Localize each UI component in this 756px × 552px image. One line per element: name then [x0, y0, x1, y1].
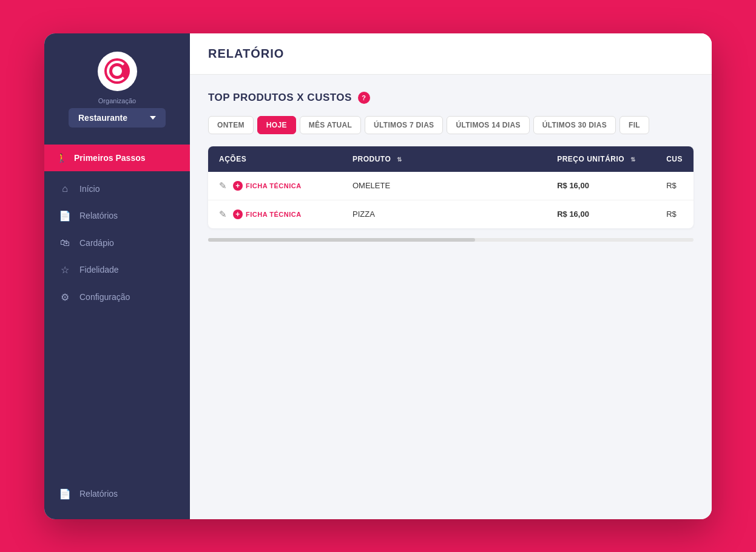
- action-icons-2: ✎ + FICHA TÉCNICA: [219, 209, 331, 220]
- row-1-custos: R$: [655, 172, 694, 200]
- tab-ultimos-7-dias[interactable]: ÚLTIMOS 7 DIAS: [365, 116, 443, 134]
- row-2-produto: PIZZA: [342, 200, 546, 228]
- row-1-preco: R$ 16,00: [546, 172, 655, 200]
- sidebar-item-inicio[interactable]: ⌂ Início: [50, 176, 184, 202]
- sidebar-bottom: 📄 Relatórios: [44, 481, 190, 507]
- inicio-label: Início: [79, 184, 100, 194]
- logo-area: Organização Restaurante: [44, 33, 190, 140]
- tab-ultimos-30-dias[interactable]: ÚLTIMOS 30 DIAS: [533, 116, 616, 134]
- horizontal-scrollbar[interactable]: [208, 238, 694, 242]
- ficha-tecnica-btn-1[interactable]: + FICHA TÉCNICA: [233, 181, 302, 191]
- browser-window: Organização Restaurante 🚶 Primeiros Pass…: [44, 33, 712, 519]
- table-row: ✎ + FICHA TÉCNICA PIZZA R$ 16,00 R$: [208, 200, 694, 228]
- top-header: RELATÓRIO: [190, 33, 712, 75]
- section-title-text: TOP PRODUTOS X CUSTOS: [208, 92, 352, 104]
- edit-icon-1[interactable]: ✎: [219, 180, 227, 191]
- table-row: ✎ + FICHA TÉCNICA OMELETE R$ 16,00 R$: [208, 172, 694, 200]
- plus-icon-2: +: [233, 210, 243, 219]
- ficha-label-2: FICHA TÉCNICA: [246, 211, 302, 218]
- plus-icon-1: +: [233, 181, 243, 191]
- ficha-tecnica-btn-2[interactable]: + FICHA TÉCNICA: [233, 210, 302, 219]
- fidelidade-label: Fidelidade: [79, 265, 119, 274]
- cardapio-label: Cardápio: [79, 238, 114, 248]
- col-header-custos: CUS: [655, 146, 694, 172]
- org-selector[interactable]: Restaurante: [69, 108, 166, 128]
- tab-fil[interactable]: FIL: [619, 116, 649, 134]
- main-content: RELATÓRIO TOP PRODUTOS X CUSTOS ? ONTEM …: [190, 33, 712, 519]
- sidebar-item-primeiros-passos[interactable]: 🚶 Primeiros Passos: [44, 145, 190, 171]
- org-name: Restaurante: [78, 113, 127, 123]
- sort-produto-icon[interactable]: ⇅: [397, 156, 402, 163]
- action-icons-1: ✎ + FICHA TÉCNICA: [219, 180, 331, 191]
- content-area: TOP PRODUTOS X CUSTOS ? ONTEM HOJE MÊS A…: [190, 75, 712, 259]
- config-icon: ⚙: [59, 291, 71, 303]
- relatorios2-label: Relatórios: [79, 489, 118, 499]
- scrollbar-thumb: [208, 238, 475, 242]
- edit-icon-2[interactable]: ✎: [219, 209, 227, 220]
- org-label: Organização: [98, 97, 136, 104]
- sidebar-item-relatorios[interactable]: 📄 Relatórios: [50, 203, 184, 229]
- sidebar-nav: ⌂ Início 📄 Relatórios 🛍 Cardápio ☆ Fidel…: [44, 176, 190, 310]
- primeiros-passos-label: Primeiros Passos: [74, 153, 146, 163]
- configuracao-label: Configuração: [79, 292, 130, 302]
- report-icon: 📄: [59, 210, 71, 222]
- tab-ontem[interactable]: ONTEM: [208, 116, 254, 134]
- chevron-down-icon: [150, 116, 156, 120]
- table-header-row: AÇÕES PRODUTO ⇅ PREÇO UNITÁRIO ⇅ CUS: [208, 146, 694, 172]
- sort-preco-icon[interactable]: ⇅: [630, 156, 636, 163]
- relatorios-label: Relatórios: [79, 211, 118, 220]
- col-header-produto: PRODUTO ⇅: [342, 146, 546, 172]
- sidebar-item-cardapio[interactable]: 🛍 Cardápio: [50, 230, 184, 256]
- sidebar-item-configuracao[interactable]: ⚙ Configuração: [50, 284, 184, 310]
- filter-tabs: ONTEM HOJE MÊS ATUAL ÚLTIMOS 7 DIAS ÚLTI…: [208, 116, 694, 134]
- row-1-produto: OMELETE: [342, 172, 546, 200]
- info-icon[interactable]: ?: [358, 92, 370, 104]
- cardapio-icon: 🛍: [59, 237, 71, 248]
- report2-icon: 📄: [59, 488, 71, 500]
- logo-icon: [104, 58, 130, 84]
- section-title: TOP PRODUTOS X CUSTOS ?: [208, 92, 694, 104]
- logo-circle: [98, 52, 137, 91]
- sidebar: Organização Restaurante 🚶 Primeiros Pass…: [44, 33, 190, 519]
- tab-hoje[interactable]: HOJE: [257, 116, 296, 134]
- tab-ultimos-14-dias[interactable]: ÚLTIMOS 14 DIAS: [447, 116, 529, 134]
- ficha-label-1: FICHA TÉCNICA: [246, 182, 302, 189]
- sidebar-item-relatorios-bottom[interactable]: 📄 Relatórios: [50, 481, 184, 507]
- tab-mes-atual[interactable]: MÊS ATUAL: [300, 116, 361, 134]
- products-table: AÇÕES PRODUTO ⇅ PREÇO UNITÁRIO ⇅ CUS: [208, 146, 694, 228]
- row-1-actions: ✎ + FICHA TÉCNICA: [208, 172, 342, 200]
- home-icon: ⌂: [59, 183, 71, 194]
- row-2-preco: R$ 16,00: [546, 200, 655, 228]
- walk-icon: 🚶: [56, 153, 67, 163]
- fidelidade-icon: ☆: [59, 264, 71, 276]
- row-2-actions: ✎ + FICHA TÉCNICA: [208, 200, 342, 228]
- sidebar-item-fidelidade[interactable]: ☆ Fidelidade: [50, 257, 184, 283]
- col-header-preco: PREÇO UNITÁRIO ⇅: [546, 146, 655, 172]
- page-title: RELATÓRIO: [208, 47, 694, 61]
- row-2-custos: R$: [655, 200, 694, 228]
- col-header-acoes: AÇÕES: [208, 146, 342, 172]
